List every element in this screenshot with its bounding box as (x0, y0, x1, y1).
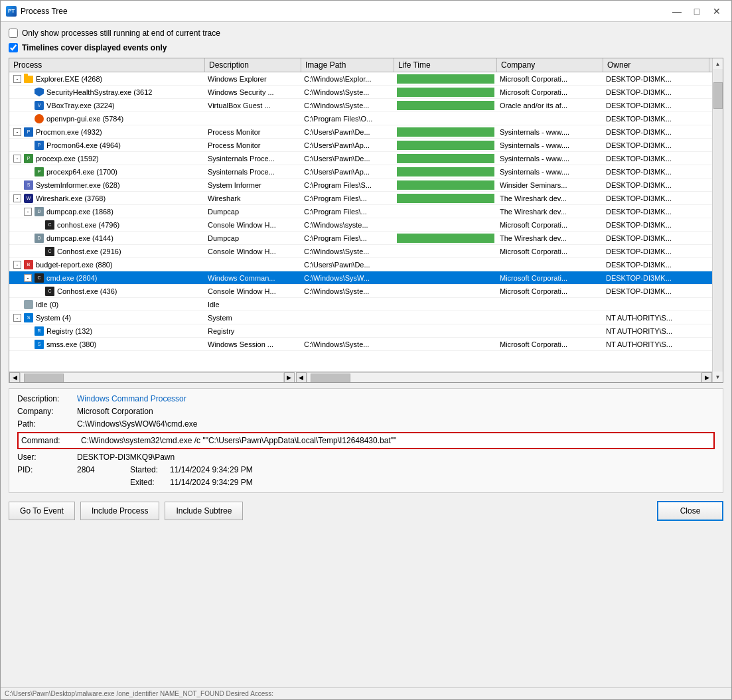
process-name: dumpcap.exe (1868) (46, 208, 113, 216)
description-cell: Registry (205, 326, 301, 336)
vpn-icon (35, 113, 45, 123)
table-row[interactable]: Pprocexp64.exe (1700)Sysinternals Proce.… (9, 165, 712, 178)
table-row[interactable]: SSystemInformer.exe (628)System Informer… (9, 178, 712, 192)
company-row: Company: Microsoft Corporation (17, 407, 715, 416)
h-scroll-right-2[interactable]: ▶ (701, 372, 712, 383)
h-scrollbar[interactable] (20, 372, 284, 383)
process-cell: -WWireshark.exe (3768) (9, 192, 205, 203)
process-name: Conhost.exe (2916) (57, 247, 121, 255)
path-cell: C:\Windows\SysW... (301, 273, 394, 283)
expand-collapse-btn[interactable]: - (13, 261, 21, 269)
only-running-checkbox[interactable] (9, 29, 18, 38)
lifetime-cell (394, 166, 497, 178)
owner-cell: DESKTOP-DI3MK... (603, 114, 709, 123)
user-row: User: DESKTOP-DI3MKQ9\Pawn (17, 453, 715, 462)
col-header-process: Process (9, 58, 205, 72)
table-row[interactable]: Ssmss.exe (380)Windows Session ...C:\Win… (9, 338, 712, 351)
v-scroll-up[interactable]: ▲ (713, 58, 723, 69)
table-row[interactable]: CConhost.exe (2916)Console Window H...C:… (9, 245, 712, 258)
lifetime-bar (397, 101, 494, 110)
table-row[interactable]: CConhost.exe (436)Console Window H...C:\… (9, 285, 712, 298)
path-cell: C:\Windows\Syste... (301, 247, 394, 256)
expand-collapse-btn[interactable]: - (13, 128, 21, 136)
maximize-button[interactable]: □ (688, 5, 706, 18)
h-scrollbar-area: ◀ ▶ ◀ ▶ (9, 372, 712, 382)
process-cell: RRegistry (132) (9, 325, 205, 336)
close-window-button[interactable]: ✕ (707, 5, 726, 18)
owner-cell: DESKTOP-DI3MK... (603, 220, 709, 230)
table-row[interactable]: -Ddumpcap.exe (1868)DumpcapC:\Program Fi… (9, 205, 712, 218)
process-cell: PProcmon64.exe (4964) (9, 139, 205, 150)
budget-icon: B (24, 259, 35, 269)
minimize-button[interactable]: — (668, 5, 686, 18)
process-name: procexp.exe (1592) (36, 155, 99, 163)
v-scroll-down[interactable]: ▼ (713, 372, 723, 382)
process-name: Explorer.EXE (4268) (36, 75, 102, 83)
pid-label: PID: (17, 465, 77, 474)
company-cell: Microsoft Corporati... (497, 74, 603, 84)
include-process-button[interactable]: Include Process (80, 502, 159, 520)
h-scrollbar-thumb[interactable] (24, 374, 64, 383)
include-subtree-button[interactable]: Include Subtree (165, 502, 243, 520)
idle-icon (24, 299, 35, 309)
expand-collapse-btn[interactable]: - (13, 155, 21, 163)
owner-cell: DESKTOP-DI3MK... (603, 167, 709, 176)
table-row[interactable]: -Bbudget-report.exe (880)C:\Users\Pawn\D… (9, 258, 712, 271)
system-icon: S (24, 313, 35, 322)
user-value: DESKTOP-DI3MKQ9\Pawn (77, 453, 175, 462)
company-cell: Sysinternals - www.... (497, 127, 603, 137)
h-scroll-left[interactable]: ◀ (9, 372, 20, 383)
lifetime-cell (394, 179, 497, 191)
table-row[interactable]: Ddumpcap.exe (4144)DumpcapC:\Program Fil… (9, 232, 712, 245)
path-row: Path: C:\Windows\SysWOW64\cmd.exe (17, 419, 715, 429)
lifetime-cell (394, 316, 497, 319)
h-scrollbar-2[interactable] (307, 372, 701, 383)
v-scrollbar[interactable]: ▲ ▼ (712, 58, 723, 382)
process-name: System (4) (36, 314, 71, 322)
command-row: Command: C:\Windows\system32\cmd.exe /c … (17, 432, 715, 449)
description-cell: Sysinternals Proce... (205, 167, 301, 176)
owner-cell: NT AUTHORITY\S... (603, 340, 709, 349)
v-scroll-thumb[interactable] (713, 82, 723, 109)
company-label: Company: (17, 407, 77, 416)
table-row[interactable]: -SSystem (4)SystemNT AUTHORITY\S... (9, 311, 712, 324)
timelines-cover-checkbox[interactable] (9, 43, 18, 52)
detail-panel: Description: Windows Command Processor C… (9, 388, 723, 493)
table-row[interactable]: Cconhost.exe (4796)Console Window H...C:… (9, 218, 712, 232)
table-row[interactable]: -Ccmd.exe (2804)Windows Comman...C:\Wind… (9, 271, 712, 285)
table-row[interactable]: -PProcmon.exe (4932)Process MonitorC:\Us… (9, 125, 712, 139)
tree-rows-area[interactable]: -Explorer.EXE (4268)Windows ExplorerC:\W… (9, 72, 712, 372)
lifetime-cell (394, 139, 497, 151)
owner-cell: DESKTOP-DI3MK... (603, 234, 709, 243)
go-to-event-button[interactable]: Go To Event (9, 502, 75, 520)
table-row[interactable]: VVBoxTray.exe (3224)VirtualBox Guest ...… (9, 99, 712, 112)
wireshark-icon: W (24, 193, 35, 202)
table-row[interactable]: -WWireshark.exe (3768)WiresharkC:\Progra… (9, 192, 712, 205)
description-cell: Windows Security ... (205, 88, 301, 97)
table-row[interactable]: RRegistry (132)RegistryNT AUTHORITY\S... (9, 324, 712, 338)
expand-collapse-btn[interactable]: - (13, 194, 21, 202)
process-cell: -SSystem (4) (9, 312, 205, 322)
procexp-icon: P (35, 167, 45, 176)
table-row[interactable]: -Pprocexp.exe (1592)Sysinternals Proce..… (9, 152, 712, 165)
process-name: openvpn-gui.exe (5784) (46, 115, 123, 123)
table-row[interactable]: openvpn-gui.exe (5784)C:\Program Files\O… (9, 112, 712, 125)
expand-collapse-btn[interactable]: - (24, 274, 32, 282)
process-name: Procmon.exe (4932) (36, 128, 102, 136)
expand-collapse-btn[interactable]: - (13, 314, 21, 322)
table-row[interactable]: -Explorer.EXE (4268)Windows ExplorerC:\W… (9, 72, 712, 86)
expand-collapse-btn[interactable]: - (13, 75, 21, 83)
path-cell: C:\Users\Pawn\De... (301, 260, 394, 269)
h-scrollbar-thumb-2[interactable] (311, 374, 350, 383)
lifetime-cell (394, 153, 497, 165)
table-row[interactable]: Idle (0)Idle (9, 298, 712, 311)
table-row[interactable]: PProcmon64.exe (4964)Process MonitorC:\U… (9, 139, 712, 152)
v-scroll-track[interactable] (713, 69, 723, 372)
h-scroll-left-2[interactable]: ◀ (296, 372, 307, 383)
owner-cell (603, 304, 709, 305)
expand-collapse-btn[interactable]: - (24, 208, 32, 216)
close-button[interactable]: Close (657, 501, 723, 521)
table-row[interactable]: SecurityHealthSystray.exe (3612Windows S… (9, 86, 712, 99)
h-scroll-right[interactable]: ▶ (284, 372, 295, 383)
owner-cell: DESKTOP-DI3MK... (603, 74, 709, 84)
